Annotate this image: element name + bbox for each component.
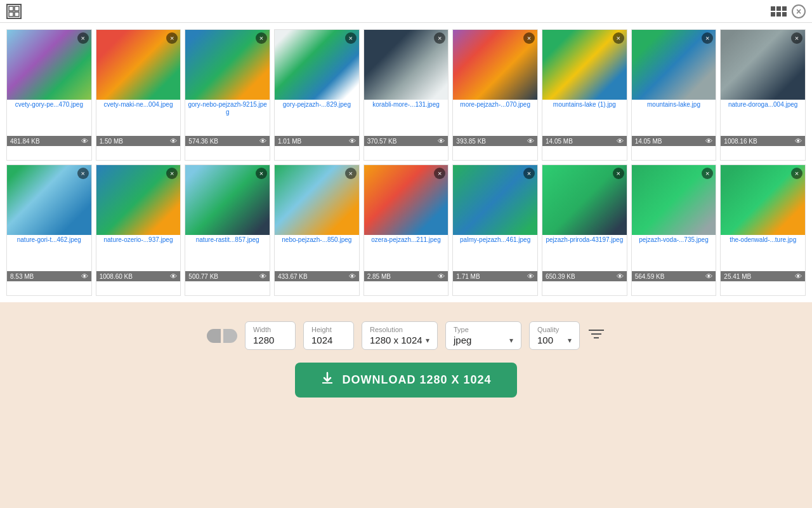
top-bar: × — [0, 0, 812, 23]
thumb-size-4: 1.01 MB — [278, 138, 301, 145]
thumbnail-item-2[interactable]: × 1.50 MB 👁 cvety-maki-ne...004.jpeg — [96, 29, 181, 161]
thumbnail-item-14[interactable]: × 2.85 MB 👁 ozera-pejzazh...211.jpeg — [363, 164, 449, 296]
download-icon — [320, 371, 334, 389]
thumb-close-12[interactable]: × — [256, 168, 267, 179]
gallery-area: × 481.84 KB 👁 cvety-gory-pe...470.jpeg ×… — [0, 23, 812, 302]
download-label: DOWNLOAD 1280 X 1024 — [342, 373, 491, 387]
thumb-info-18: 25.41 MB 👁 — [721, 271, 805, 281]
thumb-eye-12[interactable]: 👁 — [259, 272, 266, 280]
thumb-info-13: 433.67 KB 👁 — [275, 271, 359, 281]
width-value[interactable]: 1280 — [253, 335, 287, 345]
thumb-eye-3[interactable]: 👁 — [259, 137, 266, 145]
thumb-name-6: more-pejzazh-...070.jpeg — [453, 100, 537, 119]
thumb-info-16: 650.39 KB 👁 — [542, 271, 627, 281]
thumb-eye-16[interactable]: 👁 — [617, 272, 624, 280]
thumb-close-1[interactable]: × — [77, 32, 89, 44]
thumb-close-4[interactable]: × — [345, 32, 357, 44]
toggle-left — [207, 329, 221, 343]
thumb-eye-15[interactable]: 👁 — [527, 272, 534, 280]
thumbnail-item-18[interactable]: × 25.41 MB 👁 the-odenwald-...ture.jpg — [720, 164, 806, 296]
close-button[interactable]: × — [792, 4, 806, 18]
thumbnail-item-8[interactable]: × 14.05 MB 👁 mountains-lake.jpg — [631, 29, 717, 161]
thumb-size-12: 500.77 KB — [188, 273, 218, 280]
thumb-size-5: 370.57 KB — [367, 138, 397, 145]
quality-value: 100 — [537, 335, 553, 345]
thumb-size-9: 1008.16 KB — [724, 138, 757, 145]
thumbnail-item-17[interactable]: × 564.59 KB 👁 pejzazh-voda-...735.jpeg — [631, 164, 717, 296]
thumb-name-12: nature-rastit...857.jpeg — [185, 235, 270, 254]
thumb-size-16: 650.39 KB — [546, 273, 575, 280]
quality-field[interactable]: Quality 100 ▾ — [529, 321, 580, 350]
thumb-eye-2[interactable]: 👁 — [170, 137, 177, 145]
thumb-size-14: 2.85 MB — [367, 273, 391, 280]
thumb-eye-1[interactable]: 👁 — [81, 137, 88, 145]
thumb-eye-10[interactable]: 👁 — [81, 272, 88, 280]
controls-row: Width 1280 Height 1024 Resolution 1280 x… — [207, 321, 605, 350]
thumb-close-13[interactable]: × — [345, 168, 357, 179]
thumbnail-item-1[interactable]: × 481.84 KB 👁 cvety-gory-pe...470.jpeg — [6, 29, 92, 161]
download-button[interactable]: DOWNLOAD 1280 X 1024 — [295, 363, 516, 398]
svg-rect-2 — [9, 12, 13, 17]
thumb-close-3[interactable]: × — [256, 32, 267, 44]
thumb-eye-13[interactable]: 👁 — [349, 272, 356, 280]
thumbnail-item-4[interactable]: × 1.01 MB 👁 gory-pejzazh-...829.jpeg — [274, 29, 360, 161]
height-label: Height — [311, 326, 346, 333]
toggle-right — [223, 329, 237, 343]
thumbnail-item-11[interactable]: × 1008.60 KB 👁 nature-ozerio-...937.jpeg — [96, 164, 181, 296]
thumb-name-14: ozera-pejzazh...211.jpeg — [364, 235, 449, 254]
thumbnail-item-3[interactable]: × 574.36 KB 👁 gory-nebo-pejzazh-9215.jpe… — [185, 29, 270, 161]
thumb-close-16[interactable]: × — [613, 168, 624, 179]
top-bar-right: × — [771, 4, 806, 18]
thumbnail-item-7[interactable]: × 14.05 MB 👁 mountains-lake (1).jpg — [542, 29, 627, 161]
quality-label: Quality — [537, 326, 572, 333]
thumb-info-11: 1008.60 KB 👁 — [96, 271, 181, 281]
thumb-info-10: 8.53 MB 👁 — [7, 271, 91, 281]
type-field[interactable]: Type jpeg ▾ — [445, 321, 521, 350]
thumb-name-5: korabli-more-...131.jpeg — [364, 100, 449, 119]
thumb-info-4: 1.01 MB 👁 — [275, 136, 359, 146]
thumb-eye-4[interactable]: 👁 — [349, 137, 356, 145]
thumb-close-9[interactable]: × — [791, 32, 802, 44]
thumb-info-17: 564.59 KB 👁 — [632, 271, 716, 281]
thumb-eye-8[interactable]: 👁 — [705, 137, 712, 145]
thumbnail-item-5[interactable]: × 370.57 KB 👁 korabli-more-...131.jpeg — [363, 29, 449, 161]
thumb-eye-17[interactable]: 👁 — [705, 272, 712, 280]
grid-view-icon[interactable] — [771, 6, 787, 17]
thumb-info-9: 1008.16 KB 👁 — [721, 136, 805, 146]
width-label: Width — [253, 326, 287, 333]
thumb-close-7[interactable]: × — [613, 32, 624, 44]
thumb-name-18: the-odenwald-...ture.jpg — [721, 235, 805, 254]
type-label: Type — [454, 326, 513, 333]
thumb-close-18[interactable]: × — [791, 168, 802, 179]
thumb-close-10[interactable]: × — [77, 168, 89, 179]
thumb-name-7: mountains-lake (1).jpg — [542, 100, 627, 119]
width-field[interactable]: Width 1280 — [245, 321, 296, 350]
thumbnail-item-15[interactable]: × 1.71 MB 👁 palmy-pejzazh...461.jpeg — [452, 164, 538, 296]
thumb-eye-5[interactable]: 👁 — [438, 137, 445, 145]
resolution-field[interactable]: Resolution 1280 x 1024 ▾ — [362, 321, 438, 350]
thumb-close-6[interactable]: × — [523, 32, 535, 44]
thumb-eye-11[interactable]: 👁 — [170, 272, 177, 280]
resolution-select-row: 1280 x 1024 ▾ — [370, 335, 429, 345]
thumbnail-item-13[interactable]: × 433.67 KB 👁 nebo-pejzazh-...850.jpeg — [274, 164, 360, 296]
thumb-name-1: cvety-gory-pe...470.jpeg — [7, 100, 91, 119]
thumb-eye-7[interactable]: 👁 — [617, 137, 624, 145]
height-value[interactable]: 1024 — [311, 335, 346, 345]
thumbnail-item-16[interactable]: × 650.39 KB 👁 pejzazh-priroda-43197.jpeg — [542, 164, 627, 296]
thumbnail-item-9[interactable]: × 1008.16 KB 👁 nature-doroga...004.jpeg — [720, 29, 806, 161]
thumbnail-item-12[interactable]: × 500.77 KB 👁 nature-rastit...857.jpeg — [185, 164, 270, 296]
thumb-name-8: mountains-lake.jpg — [632, 100, 716, 119]
thumbnail-item-6[interactable]: × 393.85 KB 👁 more-pejzazh-...070.jpeg — [452, 29, 538, 161]
thumb-close-15[interactable]: × — [523, 168, 535, 179]
thumb-size-15: 1.71 MB — [456, 273, 480, 280]
thumbnail-item-10[interactable]: × 8.53 MB 👁 nature-gori-t...462.jpeg — [6, 164, 92, 296]
resolution-value: 1280 x 1024 — [370, 335, 422, 345]
thumb-eye-14[interactable]: 👁 — [438, 272, 445, 280]
toggle-button[interactable] — [207, 329, 237, 343]
thumb-info-1: 481.84 KB 👁 — [7, 136, 91, 146]
filter-icon[interactable] — [587, 327, 605, 344]
thumb-eye-18[interactable]: 👁 — [795, 272, 802, 280]
height-field[interactable]: Height 1024 — [303, 321, 354, 350]
thumb-eye-9[interactable]: 👁 — [795, 137, 802, 145]
thumb-eye-6[interactable]: 👁 — [527, 137, 534, 145]
